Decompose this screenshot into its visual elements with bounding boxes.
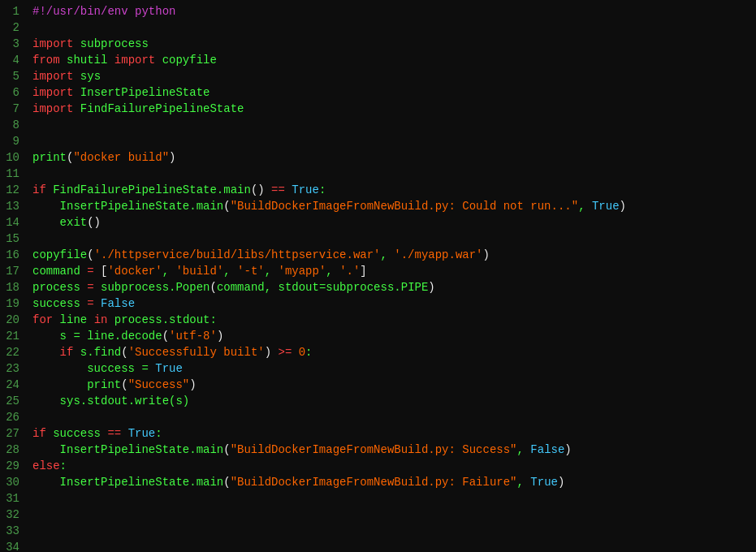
- line-number: 17: [3, 263, 19, 279]
- code-line: [32, 507, 756, 523]
- code-line: exit(): [32, 214, 756, 231]
- code-token: process: [32, 281, 80, 294]
- code-line: [32, 133, 756, 149]
- code-token: .stdout:: [162, 313, 217, 326]
- code-token: find: [94, 346, 122, 359]
- code-token: from: [32, 54, 60, 67]
- code-token: sys: [73, 70, 101, 83]
- line-number: 8: [3, 117, 19, 133]
- code-token: ): [620, 200, 626, 213]
- code-token: import: [32, 37, 73, 50]
- code-token: ,: [223, 265, 237, 278]
- code-token: ): [189, 378, 196, 391]
- code-token: .: [80, 395, 87, 408]
- code-token: ): [169, 151, 175, 164]
- line-number: 4: [3, 52, 19, 68]
- code-token: =: [80, 265, 101, 278]
- code-token: print: [87, 378, 121, 391]
- code-token: if: [32, 427, 46, 440]
- code-line: print("Success"): [32, 377, 756, 393]
- code-line: [32, 523, 756, 539]
- code-token: '-t': [237, 265, 265, 278]
- code-token: True: [592, 200, 620, 213]
- code-token: line: [53, 313, 93, 326]
- code-line: [32, 231, 756, 247]
- code-token: sys: [32, 395, 80, 408]
- code-token: InsertPipelineState: [32, 443, 189, 456]
- code-token: main: [197, 476, 224, 489]
- code-editor: 1234567891011121314151617181920212223242…: [0, 0, 756, 552]
- code-token: "Success": [128, 378, 190, 391]
- code-line: process = subprocess.Popen(command, stdo…: [32, 279, 756, 295]
- code-token: exit: [60, 216, 88, 229]
- code-line: [32, 117, 756, 133]
- code-token: .: [128, 395, 135, 408]
- code-token: :: [60, 459, 67, 472]
- code-token: [121, 427, 127, 440]
- code-token: success: [32, 297, 80, 310]
- code-token: ,: [162, 265, 176, 278]
- code-token: "BuildDockerImageFromNewBuild.py: Could …: [231, 200, 578, 213]
- line-number: 1: [3, 3, 19, 19]
- code-token: , stdout=: [265, 281, 326, 294]
- code-line: success = False: [32, 295, 756, 312]
- code-token: subprocess: [73, 37, 148, 50]
- code-line: s = line.decode('utf-8'): [32, 328, 756, 344]
- line-number: 16: [3, 247, 19, 263]
- code-token: ,: [326, 265, 339, 278]
- code-token: (: [162, 330, 169, 343]
- code-token: =: [80, 281, 101, 294]
- code-token: "docker build": [73, 151, 169, 164]
- line-numbers: 1234567891011121314151617181920212223242…: [0, 3, 26, 552]
- code-line: [32, 19, 756, 36]
- code-line: [32, 409, 756, 425]
- line-number: 3: [3, 36, 19, 52]
- code-token: print: [32, 151, 67, 164]
- code-token: InsertPipelineState: [32, 200, 189, 213]
- code-line: import subprocess: [32, 36, 756, 52]
- code-token: "BuildDockerImageFromNewBuild.py: Failur…: [231, 476, 517, 489]
- code-token: (): [251, 183, 265, 196]
- line-number: 31: [3, 490, 19, 507]
- code-token: subprocess: [101, 281, 169, 294]
- code-token: s = line: [32, 330, 114, 343]
- line-number: 22: [3, 344, 19, 360]
- code-token: FindFailurePipelineState: [46, 183, 217, 196]
- code-line: command = ['docker', 'build', '-t', 'mya…: [32, 263, 756, 279]
- code-token: .: [189, 200, 196, 213]
- line-number: 11: [3, 166, 19, 182]
- code-token: import: [32, 86, 73, 99]
- line-number: 28: [3, 442, 19, 458]
- code-token: (): [87, 216, 101, 229]
- code-token: s: [73, 346, 87, 359]
- code-line: #!/usr/bin/env python: [32, 3, 756, 19]
- code-token: ): [265, 346, 271, 359]
- code-token: #!/usr/bin/env python: [32, 5, 175, 18]
- code-token: >=: [271, 346, 299, 359]
- code-token: write: [135, 395, 169, 408]
- code-token: :: [155, 427, 162, 440]
- code-token: (: [210, 281, 216, 294]
- code-token: [32, 378, 87, 391]
- code-line: from shutil import copyfile: [32, 52, 756, 68]
- code-token: =: [80, 297, 101, 310]
- code-line: for line in process.stdout:: [32, 312, 756, 328]
- line-number: 10: [3, 149, 19, 166]
- code-token: :: [319, 183, 326, 196]
- code-token: process: [107, 313, 162, 326]
- code-line: copyfile('./httpservice/build/libs/https…: [32, 247, 756, 263]
- line-number: 18: [3, 279, 19, 295]
- code-line: sys.stdout.write(s): [32, 393, 756, 409]
- code-token: 'Successfully built': [128, 346, 265, 359]
- code-token: ,: [517, 443, 531, 456]
- code-token: InsertPipelineState: [73, 86, 210, 99]
- code-line: [32, 166, 756, 182]
- code-token: ): [428, 281, 434, 294]
- line-number: 20: [3, 312, 19, 328]
- code-token: in: [94, 313, 108, 326]
- code-token: './httpservice/build/libs/httpservice.wa…: [94, 248, 381, 261]
- line-number: 33: [3, 523, 19, 539]
- code-content: #!/usr/bin/env python import subprocessf…: [26, 3, 756, 552]
- code-token: (: [223, 200, 230, 213]
- code-token: .: [189, 476, 196, 489]
